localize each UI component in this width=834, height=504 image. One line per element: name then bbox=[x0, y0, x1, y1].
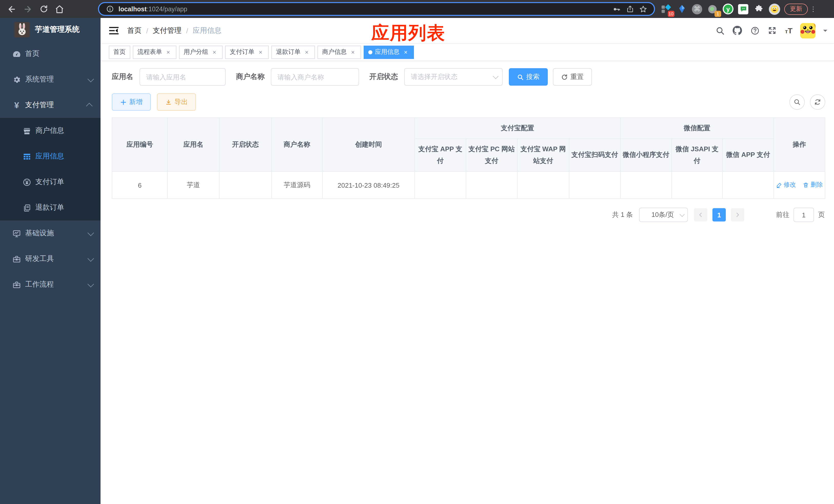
chevron-down-icon bbox=[87, 229, 94, 235]
close-icon[interactable]: × bbox=[402, 48, 409, 55]
col-header-status: 开启状态 bbox=[219, 118, 271, 171]
github-icon[interactable] bbox=[733, 26, 743, 36]
sidebar-fold-icon[interactable] bbox=[109, 26, 119, 35]
goto-page-input[interactable] bbox=[793, 208, 814, 222]
extensions-puzzle-icon[interactable] bbox=[753, 3, 764, 15]
page-number-current[interactable]: 1 bbox=[712, 208, 726, 222]
tag-label: 应用信息 bbox=[375, 48, 399, 56]
sidebar-item-refund-order[interactable]: 退款订单 bbox=[0, 195, 101, 221]
show-search-toggle-button[interactable] bbox=[789, 94, 805, 110]
search-icon[interactable] bbox=[715, 26, 725, 36]
command-glyph: ⌘ bbox=[694, 5, 700, 13]
font-small-glyph: т bbox=[785, 29, 788, 35]
forward-icon[interactable] bbox=[22, 3, 33, 15]
help-icon[interactable] bbox=[750, 26, 760, 36]
close-icon[interactable]: × bbox=[303, 48, 310, 55]
edit-link[interactable]: 修改 bbox=[776, 181, 796, 189]
ext-command-icon[interactable]: ⌘ bbox=[692, 4, 702, 14]
refresh-table-button[interactable] bbox=[810, 94, 825, 110]
tag-process-form[interactable]: 流程表单× bbox=[133, 45, 176, 59]
sidebar-item-dev-tools[interactable]: 研发工具 bbox=[0, 246, 101, 272]
search-icon bbox=[517, 74, 524, 80]
tag-refund-order[interactable]: 退款订单× bbox=[271, 45, 315, 59]
next-page-button[interactable] bbox=[731, 208, 744, 222]
tag-label: 支付订单 bbox=[230, 48, 255, 56]
table-tools bbox=[789, 94, 825, 110]
browser-menu-kebab-icon[interactable]: ⋮ bbox=[810, 5, 815, 13]
tag-label: 退款订单 bbox=[276, 48, 301, 56]
status-select-placeholder: 请选择开启状态 bbox=[411, 72, 493, 82]
tag-user-group[interactable]: 用户分组× bbox=[179, 45, 223, 59]
user-avatar[interactable] bbox=[800, 23, 815, 38]
screen: localhost:1024/pay/app 10 ⌘ 1 bbox=[0, 0, 834, 504]
sidebar-item-merchant-info[interactable]: 商户信息 bbox=[0, 118, 101, 143]
sidebar-item-label: 工作流程 bbox=[25, 280, 88, 289]
yen-circle-icon bbox=[23, 178, 31, 186]
password-key-icon[interactable] bbox=[612, 4, 621, 14]
sidebar-item-home[interactable]: 首页 bbox=[0, 41, 101, 67]
page-size-select[interactable]: 10条/页 bbox=[639, 208, 688, 222]
breadcrumb-home[interactable]: 首页 bbox=[127, 26, 141, 35]
extensions-row: 10 ⌘ 1 y bbox=[660, 3, 780, 15]
add-button[interactable]: 新增 bbox=[112, 93, 151, 111]
total-count: 共 1 条 bbox=[612, 210, 633, 220]
sidebar-item-app-info[interactable]: 应用信息 bbox=[0, 143, 101, 169]
profile-emoji-avatar[interactable] bbox=[769, 3, 780, 15]
delete-link[interactable]: 删除 bbox=[803, 181, 823, 189]
url-text[interactable]: localhost:1024/pay/app bbox=[118, 5, 187, 13]
ext-blocks-icon[interactable]: 10 bbox=[660, 3, 672, 15]
search-button[interactable]: 搜索 bbox=[509, 68, 548, 86]
bookmark-star-icon[interactable] bbox=[639, 4, 648, 14]
merchant-name-input[interactable] bbox=[271, 68, 359, 86]
status-select[interactable]: 请选择开启状态 bbox=[404, 68, 503, 86]
sidebar-item-system[interactable]: 系统管理 bbox=[0, 67, 101, 92]
close-icon[interactable]: × bbox=[211, 48, 218, 55]
chrome-update-button[interactable]: 更新 bbox=[784, 3, 808, 15]
ext-youdao-icon[interactable]: y bbox=[723, 4, 733, 14]
export-button[interactable]: 导出 bbox=[157, 93, 196, 111]
close-icon[interactable]: × bbox=[257, 48, 264, 55]
export-button-label: 导出 bbox=[174, 97, 188, 107]
tag-merchant-info[interactable]: 商户信息× bbox=[317, 45, 361, 59]
tag-label: 用户分组 bbox=[184, 48, 208, 56]
close-icon[interactable]: × bbox=[349, 48, 356, 55]
tag-app-info-active[interactable]: 应用信息× bbox=[364, 45, 414, 59]
fullscreen-icon[interactable] bbox=[768, 26, 777, 36]
back-icon[interactable] bbox=[6, 3, 18, 15]
share-icon[interactable] bbox=[625, 4, 635, 14]
tag-pay-order[interactable]: 支付订单× bbox=[225, 45, 269, 59]
breadcrumb-payment[interactable]: 支付管理 bbox=[153, 26, 181, 35]
sidebar-item-pay-order[interactable]: 支付订单 bbox=[0, 169, 101, 195]
home-icon[interactable] bbox=[54, 3, 65, 15]
reload-icon[interactable] bbox=[38, 3, 49, 15]
page-content: 应用名 商户名称 开启状态 请选择开启状态 搜索 重置 bbox=[101, 61, 834, 504]
info-icon[interactable] bbox=[105, 4, 114, 14]
ext-kite-icon[interactable] bbox=[676, 3, 687, 15]
reset-button[interactable]: 重置 bbox=[553, 68, 592, 86]
sidebar-item-infrastructure[interactable]: 基础设施 bbox=[0, 221, 101, 246]
ext-camera-icon[interactable]: 1 bbox=[707, 3, 718, 15]
filter-form: 应用名 商户名称 开启状态 请选择开启状态 搜索 重置 bbox=[112, 68, 825, 86]
ext-badge: 10 bbox=[667, 10, 675, 17]
goto-page: 前往 页 bbox=[776, 208, 825, 222]
toolbox-icon bbox=[12, 255, 21, 263]
sidebar-logo[interactable]: 芋道管理系统 bbox=[0, 18, 101, 41]
ext-chat-icon[interactable] bbox=[738, 4, 748, 14]
close-icon[interactable]: × bbox=[164, 48, 172, 55]
page-unit-label: 页 bbox=[818, 210, 825, 220]
font-size-icon[interactable]: тT bbox=[785, 27, 792, 35]
prev-page-button[interactable] bbox=[694, 208, 707, 222]
update-label: 更新 bbox=[790, 5, 802, 13]
chevron-down-icon bbox=[680, 211, 685, 216]
tag-label: 流程表单 bbox=[137, 48, 162, 56]
sidebar-item-label: 系统管理 bbox=[25, 75, 88, 84]
yen-icon: ¥ bbox=[12, 101, 21, 110]
sidebar-item-label: 退款订单 bbox=[36, 203, 92, 212]
sidebar-item-workflow[interactable]: 工作流程 bbox=[0, 272, 101, 297]
tag-home[interactable]: 首页 bbox=[109, 45, 130, 59]
address-bar[interactable]: localhost:1024/pay/app bbox=[98, 2, 655, 16]
caret-down-icon[interactable] bbox=[823, 29, 827, 33]
sidebar-item-payment[interactable]: ¥ 支付管理 bbox=[0, 92, 101, 118]
app-name-input[interactable] bbox=[139, 68, 226, 86]
tag-label: 商户信息 bbox=[322, 48, 347, 56]
